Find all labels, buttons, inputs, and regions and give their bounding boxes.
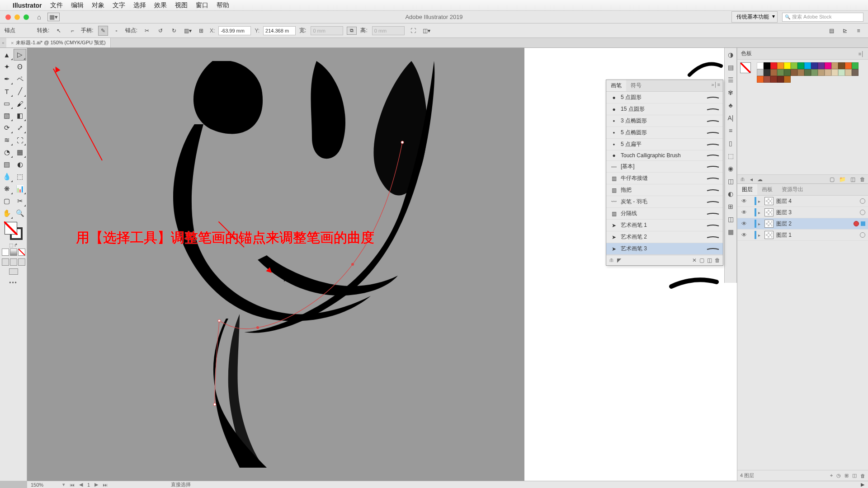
swatch[interactable]: [764, 69, 770, 76]
swatches-tab[interactable]: 色板: [741, 50, 752, 57]
brush-item[interactable]: ●5 点圆形: [606, 92, 723, 103]
eraser-tool[interactable]: ◧: [14, 110, 26, 122]
swatch[interactable]: [764, 76, 770, 83]
symbol-sprayer-tool[interactable]: ❋: [0, 183, 13, 195]
lib2-icon[interactable]: ◂: [750, 176, 753, 183]
window-minimize[interactable]: [14, 14, 20, 20]
fill-stroke-indicator[interactable]: [5, 222, 23, 240]
swatch-grid[interactable]: [757, 62, 859, 83]
brush-item[interactable]: ➤艺术画笔 1: [606, 220, 723, 231]
menu-object[interactable]: 对象: [92, 1, 104, 9]
swatch[interactable]: [845, 62, 852, 69]
convert-corner-icon[interactable]: ↖: [54, 26, 64, 36]
target-icon[interactable]: [860, 210, 865, 215]
layer-row[interactable]: 👁▸图层 1: [737, 230, 868, 241]
isolate-icon[interactable]: ⛶: [408, 26, 418, 36]
options-icon-2[interactable]: ⊵: [840, 26, 850, 36]
gradient-mode-icon[interactable]: [10, 249, 17, 256]
brush-lib2-icon[interactable]: ◤: [617, 257, 621, 263]
cut-path-icon[interactable]: ↻: [169, 26, 179, 36]
swatch[interactable]: [825, 62, 831, 69]
current-fill-stroke[interactable]: [740, 62, 755, 78]
dock-para-icon[interactable]: ≡: [726, 126, 736, 136]
brush-remove-icon[interactable]: ✕: [692, 257, 697, 263]
lib3-icon[interactable]: ☁: [757, 176, 763, 183]
handle-icon-1[interactable]: ✎: [98, 26, 108, 36]
lib-icon[interactable]: ⫙: [740, 176, 745, 183]
tab-close-icon[interactable]: ×: [11, 40, 14, 46]
swatch[interactable]: [784, 76, 791, 83]
visibility-icon[interactable]: 👁: [740, 209, 748, 216]
align-icon[interactable]: ▥▾: [183, 26, 193, 36]
dock-symbols-icon[interactable]: ♣: [726, 100, 736, 110]
layer-trash-icon[interactable]: 🗑: [860, 473, 865, 479]
selection-tool[interactable]: ▲: [0, 49, 13, 61]
screen-mode-icon[interactable]: [9, 268, 18, 275]
brush-item[interactable]: —[基本]: [606, 161, 723, 173]
brush-item[interactable]: ●3 点椭圆形: [606, 115, 723, 127]
handle-icon-2[interactable]: ▫: [112, 26, 122, 36]
new-icon[interactable]: ◫: [850, 176, 855, 183]
brush-item[interactable]: ●5 点椭圆形: [606, 127, 723, 139]
swatch[interactable]: [825, 69, 831, 76]
draw-normal-icon[interactable]: [2, 258, 9, 266]
remove-anchor-icon[interactable]: ✂: [142, 26, 152, 36]
menu-select[interactable]: 选择: [133, 1, 146, 9]
nav-next-icon[interactable]: ▶: [94, 482, 98, 488]
visibility-icon[interactable]: 👁: [740, 232, 748, 238]
nav-first-icon[interactable]: ⏮: [70, 482, 75, 488]
arrange-icon[interactable]: ▦▾: [47, 13, 60, 21]
brushes-panel[interactable]: 画笔 符号 »│≡ ●5 点圆形●15 点圆形●3 点椭圆形●5 点椭圆形●5 …: [606, 80, 723, 266]
options-menu-icon[interactable]: ≡: [854, 26, 863, 36]
panel-menu-icon[interactable]: ≡│: [859, 51, 864, 56]
x-input[interactable]: -63.99 mm: [218, 26, 251, 35]
dock-char-icon[interactable]: A|: [726, 113, 736, 123]
expand-icon[interactable]: ▸: [758, 199, 764, 204]
nav-last-icon[interactable]: ⏭: [103, 482, 108, 488]
swatch[interactable]: [797, 62, 804, 69]
swatch[interactable]: [784, 62, 791, 69]
brush-item[interactable]: ➤艺术画笔 2: [606, 231, 723, 243]
y-input[interactable]: 214.368 m: [263, 26, 296, 35]
brush-new-icon[interactable]: ◫: [707, 257, 712, 263]
expand-icon[interactable]: ▸: [758, 221, 764, 226]
draw-behind-icon[interactable]: [10, 258, 17, 266]
layer-mask-icon[interactable]: ◷: [836, 473, 841, 479]
scale-tool[interactable]: ⤢: [14, 122, 26, 134]
target-icon[interactable]: [860, 198, 865, 204]
window-zoom[interactable]: [24, 14, 29, 20]
menu-text[interactable]: 文字: [113, 1, 125, 9]
zoom-level[interactable]: 150%: [31, 482, 58, 488]
swatch[interactable]: [770, 76, 777, 83]
swatch[interactable]: [777, 62, 784, 69]
pen-tool[interactable]: ✒: [0, 73, 13, 85]
line-tool[interactable]: ╱: [14, 85, 26, 97]
panel-collapse-icon[interactable]: »│≡: [709, 80, 723, 91]
swatch[interactable]: [777, 76, 784, 83]
trash-icon[interactable]: 🗑: [860, 176, 865, 183]
target-icon[interactable]: [854, 221, 859, 226]
layers-tab[interactable]: 图层: [737, 184, 757, 195]
brush-lib-icon[interactable]: ⫙: [609, 257, 614, 263]
layer-locate-icon[interactable]: ⌖: [830, 473, 833, 479]
brush-item[interactable]: ➤艺术画笔 3: [606, 243, 723, 255]
brush-item[interactable]: ●5 点扁平: [606, 139, 723, 150]
layer-row[interactable]: 👁▸图层 3: [737, 207, 868, 218]
dock-grid-icon[interactable]: ▦: [726, 227, 736, 237]
swatch[interactable]: [764, 62, 770, 69]
link-wh-icon[interactable]: ⧉: [347, 27, 357, 35]
dock-graphic-icon[interactable]: ◫: [726, 176, 736, 186]
slice-tool[interactable]: ✂: [14, 195, 26, 207]
shaper-tool[interactable]: ▧: [0, 110, 13, 122]
swatch[interactable]: [797, 69, 804, 76]
swatch[interactable]: [791, 69, 797, 76]
swatch[interactable]: [777, 69, 784, 76]
layer-row[interactable]: 👁▸图层 2: [737, 218, 868, 230]
rectangle-tool[interactable]: ▭: [0, 98, 13, 109]
width-tool[interactable]: ≋: [0, 134, 13, 146]
menu-window[interactable]: 窗口: [196, 1, 208, 9]
new-swatch-icon[interactable]: ▢: [830, 176, 835, 183]
scroll-right-icon[interactable]: ▶: [861, 482, 864, 488]
layer-row[interactable]: 👁▸图层 4: [737, 196, 868, 207]
visibility-icon[interactable]: 👁: [740, 198, 748, 204]
